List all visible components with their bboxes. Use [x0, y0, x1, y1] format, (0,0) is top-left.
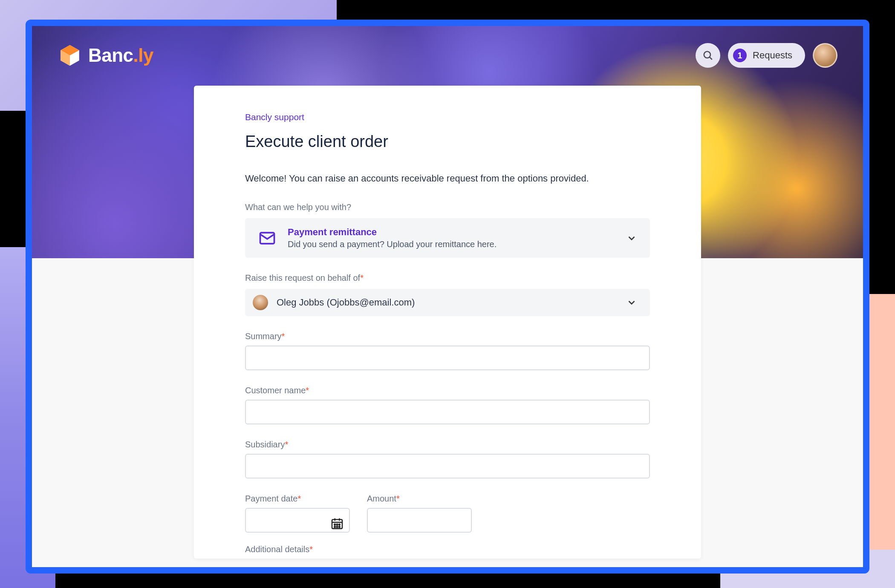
brand-name: Banc.ly [88, 45, 153, 66]
customer-name-input[interactable] [245, 400, 650, 424]
behalf-user-name: Oleg Jobbs (Ojobbs@email.com) [277, 297, 618, 308]
payment-date-label: Payment date* [245, 494, 350, 504]
summary-input[interactable] [245, 346, 650, 370]
app-window: Banc.ly 1 Requests Bancly support Execut… [26, 20, 869, 574]
brand[interactable]: Banc.ly [58, 43, 153, 68]
user-avatar[interactable] [813, 43, 837, 68]
date-amount-row: Payment date* Amount* [245, 490, 650, 545]
breadcrumb-link[interactable]: Bancly support [245, 112, 650, 122]
form-card: Bancly support Execute client order Welc… [194, 86, 701, 559]
request-type-title: Payment remittance [288, 227, 615, 238]
svg-point-0 [704, 52, 710, 58]
requests-label: Requests [753, 50, 792, 61]
amount-input[interactable] [367, 508, 472, 533]
customer-name-label: Customer name* [245, 386, 650, 395]
requests-button[interactable]: 1 Requests [728, 43, 805, 68]
request-type-text: Payment remittance Did you send a paymen… [288, 227, 615, 249]
search-button[interactable] [696, 43, 720, 68]
requests-count-badge: 1 [733, 49, 747, 62]
mail-icon [258, 229, 277, 248]
help-with-label: What can we help you with? [245, 202, 650, 212]
header-right: 1 Requests [696, 43, 837, 68]
behalf-user-avatar [253, 295, 268, 310]
header: Banc.ly 1 Requests [58, 43, 837, 68]
payment-date-input[interactable] [245, 508, 350, 533]
search-icon [702, 50, 713, 61]
summary-label: Summary* [245, 331, 650, 341]
chevron-down-icon [626, 233, 637, 244]
welcome-text: Welcome! You can raise an accounts recei… [245, 171, 650, 185]
amount-label: Amount* [367, 494, 472, 504]
behalf-label: Raise this request on behalf of* [245, 273, 650, 283]
request-type-desc: Did you send a payment? Upload your remi… [288, 239, 615, 249]
svg-line-1 [710, 57, 712, 60]
brand-logo-icon [58, 43, 82, 68]
subsidiary-input[interactable] [245, 454, 650, 478]
behalf-user-select[interactable]: Oleg Jobbs (Ojobbs@email.com) [245, 289, 650, 316]
subsidiary-label: Subsidiary* [245, 440, 650, 450]
chevron-down-icon [626, 297, 637, 308]
request-type-select[interactable]: Payment remittance Did you send a paymen… [245, 218, 650, 258]
page-title: Execute client order [245, 133, 650, 151]
additional-details-label: Additional details* [245, 545, 650, 554]
